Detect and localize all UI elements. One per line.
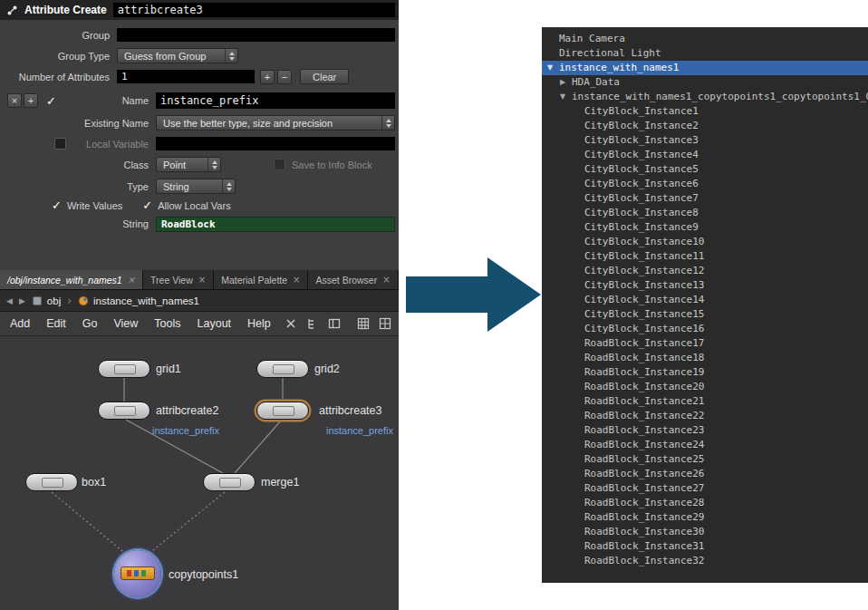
outliner-item[interactable]: RoadBlock_Instance19 [542,365,868,380]
outliner-item-label: RoadBlock_Instance24 [584,438,704,452]
outliner-item[interactable]: CityBlock_Instance15 [542,307,868,322]
outliner-item[interactable]: Main Camera [542,32,868,46]
back-icon[interactable]: ◀ [6,296,13,305]
grid-layout-icon[interactable] [357,317,370,330]
tab-close-icon[interactable]: × [382,275,390,285]
outliner-item[interactable]: RoadBlock_Instance31 [542,539,868,554]
menu-item-tools[interactable]: Tools [146,317,188,330]
outliner-item[interactable]: CityBlock_Instance9 [542,220,868,235]
outliner-item[interactable]: Directional Light [542,46,868,61]
outliner-item[interactable]: CityBlock_Instance10 [542,235,868,249]
group-type-label: Group Type [58,51,110,62]
tab-close-icon[interactable]: × [198,275,206,285]
pane-tab[interactable]: Tree View× [143,270,214,289]
number-of-attributes-input[interactable]: 1 [117,70,255,83]
allow-local-vars-checkbox[interactable]: ✓ [142,199,152,211]
outliner-item[interactable]: CityBlock_Instance8 [542,206,868,220]
split-layout-icon[interactable] [379,317,391,330]
outliner-item[interactable]: CityBlock_Instance12 [542,264,868,278]
outliner-item[interactable]: RoadBlock_Instance21 [542,394,868,409]
node-box1[interactable] [25,473,78,491]
outliner-item[interactable]: ▼instance_with_names1_copytopoints1_copy… [542,90,868,104]
outliner-item[interactable]: CityBlock_Instance3 [542,133,868,148]
menu-item-add[interactable]: Add [2,317,38,330]
node-name-input[interactable]: attribcreate3 [113,3,395,17]
outliner-item[interactable]: ▼instance_with_names1 [542,61,868,75]
breadcrumb-chevron-icon: › [67,295,72,307]
outliner-item[interactable]: CityBlock_Instance6 [542,177,868,191]
outliner-item[interactable]: CityBlock_Instance7 [542,191,868,206]
menu-item-layout[interactable]: Layout [189,317,240,330]
menu-item-help[interactable]: Help [239,317,279,330]
outliner-item[interactable]: CityBlock_Instance1 [542,104,868,119]
parameter-pane-titlebar: Attribute Create attribcreate3 [0,0,399,20]
group-input[interactable] [117,28,395,42]
outliner-item[interactable]: RoadBlock_Instance23 [542,423,868,438]
outliner-item[interactable]: RoadBlock_Instance30 [542,525,868,539]
outliner-item[interactable]: RoadBlock_Instance24 [542,438,868,452]
node-grid2[interactable] [256,360,309,378]
node-grid1[interactable] [98,360,150,378]
pane-tab[interactable]: /obj/instance_with_names1× [0,270,143,289]
outliner-item[interactable]: RoadBlock_Instance18 [542,351,868,365]
decrement-attributes-button[interactable]: − [277,70,292,84]
expand-arrow-icon[interactable]: ▶ [560,75,572,90]
existing-name-dropdown[interactable]: Use the better type, size and precision [156,115,395,131]
panes-icon[interactable] [328,317,341,330]
attribute-enable-checkbox[interactable]: ✓ [46,95,56,107]
outliner-item[interactable]: RoadBlock_Instance25 [542,452,868,467]
menu-item-go[interactable]: Go [74,317,106,330]
group-type-dropdown[interactable]: Guess from Group [117,48,238,63]
collapse-arrow-icon[interactable]: ▼ [560,90,572,104]
breadcrumb-current[interactable]: instance_with_names1 [78,295,199,306]
scene-outliner[interactable]: Main CameraDirectional Light▼instance_wi… [542,27,868,583]
outliner-item[interactable]: CityBlock_Instance14 [542,293,868,307]
breadcrumb-obj[interactable]: obj [32,295,61,306]
increment-attributes-button[interactable]: + [260,70,275,84]
outliner-item[interactable]: RoadBlock_Instance17 [542,336,868,351]
class-dropdown[interactable]: Point [156,157,221,172]
pane-tab[interactable]: Material Palette× [214,270,308,289]
outliner-item[interactable]: RoadBlock_Instance20 [542,380,868,394]
outliner-item[interactable]: ▶HDA_Data [542,75,868,90]
node-attribcreate3[interactable] [256,402,309,420]
outliner-item[interactable]: CityBlock_Instance5 [542,162,868,177]
outliner-item[interactable]: RoadBlock_Instance32 [542,554,868,568]
tab-close-icon[interactable]: × [128,275,135,285]
node-attribcreate2[interactable] [98,402,150,420]
local-variable-label: Local Variable [86,139,149,150]
outliner-item[interactable]: CityBlock_Instance11 [542,249,868,264]
menu-item-view[interactable]: View [105,317,146,330]
name-input[interactable]: instance_prefix [156,92,395,109]
tab-close-icon[interactable]: × [293,275,300,285]
type-dropdown[interactable]: String [156,179,236,194]
string-value-input[interactable]: RoadBlock [156,217,395,232]
outliner-item[interactable]: RoadBlock_Instance28 [542,496,868,510]
local-variable-checkbox[interactable] [54,138,66,150]
node-copytopoints1[interactable] [114,550,161,597]
local-variable-input[interactable] [156,137,395,150]
tree-list-icon[interactable] [306,317,319,330]
write-values-checkbox[interactable]: ✓ [52,199,62,211]
save-to-info-block-checkbox[interactable] [274,159,285,170]
outliner-item[interactable]: CityBlock_Instance4 [542,148,868,162]
existing-name-label: Existing Name [84,118,149,129]
outliner-item[interactable]: CityBlock_Instance13 [542,278,868,293]
forward-icon[interactable]: ▶ [19,296,25,305]
outliner-item[interactable]: RoadBlock_Instance29 [542,510,868,525]
insert-attribute-button[interactable]: + [24,93,38,108]
pane-tab[interactable]: Asset Browser× [308,270,398,289]
node-merge1[interactable] [203,473,256,491]
save-to-info-block-label: Save to Info Block [292,160,372,170]
clear-button[interactable]: Clear [300,69,349,84]
tools-icon[interactable] [285,317,297,330]
collapse-arrow-icon[interactable]: ▼ [547,61,559,75]
outliner-item[interactable]: CityBlock_Instance16 [542,322,868,336]
outliner-item[interactable]: RoadBlock_Instance26 [542,467,868,481]
outliner-item[interactable]: CityBlock_Instance2 [542,119,868,133]
outliner-item[interactable]: RoadBlock_Instance22 [542,409,868,423]
network-editor[interactable]: grid1 grid2 attribcreate2 attribcreate3 … [0,336,399,610]
outliner-item[interactable]: RoadBlock_Instance27 [542,481,868,496]
remove-attribute-button[interactable]: × [7,93,22,108]
menu-item-edit[interactable]: Edit [38,317,74,330]
